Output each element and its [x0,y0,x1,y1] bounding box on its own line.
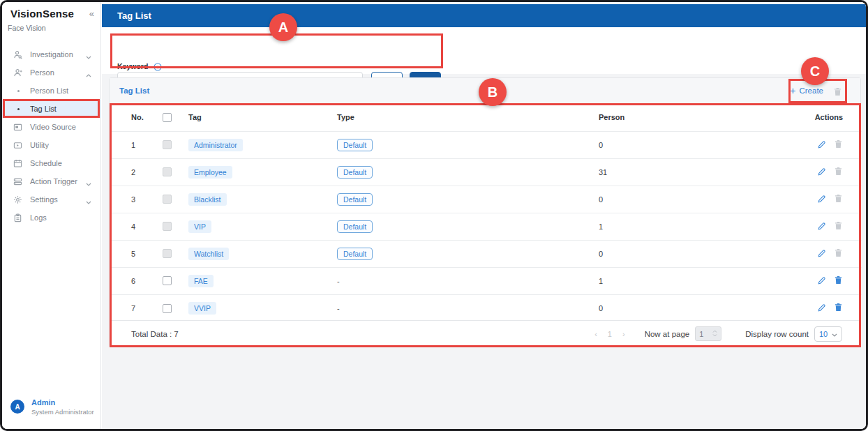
sidebar-item-person-list[interactable]: Person List [2,82,100,100]
row-checkbox[interactable] [163,276,172,285]
row-checkbox [163,167,172,176]
person-search-icon [13,50,22,59]
edit-icon[interactable] [817,248,827,259]
row-checkbox [163,140,172,149]
sidebar-item-label: Logs [30,213,47,222]
sidebar-nav: Investigation Person Person List Tag Lis… [2,45,100,227]
sidebar-item-investigation[interactable]: Investigation [2,45,100,63]
info-icon [154,61,162,70]
tag-name[interactable]: Employee [188,166,232,179]
sidebar-item-label: Settings [30,195,58,204]
edit-icon[interactable] [817,221,827,232]
row-number: 6 [110,267,163,294]
delete-icon [834,248,843,259]
avatar: A [10,400,24,414]
calendar-icon [13,159,22,168]
sidebar-item-settings[interactable]: Settings [2,190,100,209]
user-name: Admin [31,398,55,407]
chevron-down-icon [86,179,91,188]
bullet-icon [17,108,20,110]
sidebar-item-label: Video Source [30,123,76,131]
now-at-page-label: Now at page [645,330,690,338]
edit-icon[interactable] [817,194,827,205]
sidebar-item-label: Action Trigger [30,177,77,186]
column-tag: Tag [188,104,337,131]
create-button[interactable]: + Create [790,86,823,96]
chevron-down-icon [86,52,91,61]
column-no: No. [110,104,163,131]
delete-icon [833,86,842,96]
tag-name[interactable]: VIP [188,220,211,233]
sidebar-item-person[interactable]: Person [2,63,100,82]
table-row: 7VVIP-0 [110,294,862,322]
tag-table: No. Tag Type Person Actions 1Administrat… [110,104,862,322]
sidebar-item-label: Schedule [30,159,62,167]
page-header: Tag List [102,4,866,27]
total-data-label: Total Data : 7 [110,330,179,338]
edit-icon[interactable] [817,167,827,178]
table-row: 3BlacklistDefault0 [110,186,862,213]
tag-name[interactable]: Watchlist [188,248,229,260]
sidebar-item-action-trigger[interactable]: Action Trigger [2,172,100,190]
row-count-value: 10 [819,330,828,338]
delete-icon[interactable] [834,275,843,286]
table-header-row: No. Tag Type Person Actions [110,104,862,131]
clipboard-icon [13,213,22,222]
sidebar-collapse-icon[interactable]: « [89,8,94,19]
row-count-select[interactable]: 10 [814,326,842,342]
edit-icon[interactable] [817,139,827,151]
tag-name[interactable]: Administrator [188,139,243,151]
sidebar-item-logs[interactable]: Logs [2,209,100,227]
sidebar-item-video-source[interactable]: Video Source [2,118,100,136]
row-checkbox [163,222,172,231]
tag-name[interactable]: FAE [188,275,214,287]
annotation-badge-c: C [801,57,829,85]
bullet-icon [17,90,20,92]
person-count: 0 [599,240,785,267]
sidebar-item-label: Tag List [30,105,57,113]
sidebar-item-label: Utility [30,141,49,149]
type-value: - [337,277,340,285]
delete-icon [834,139,843,150]
chevron-up-icon [86,70,91,79]
chevron-down-icon [832,330,837,338]
next-page-icon[interactable]: › [622,330,625,338]
prev-page-icon[interactable]: ‹ [594,330,597,338]
plus-icon: + [790,86,795,96]
sidebar-item-tag-list[interactable]: Tag List [2,100,100,118]
tag-list-panel: Tag List + Create No. [109,77,861,347]
keyword-label: Keyword [117,62,148,70]
page-title: Tag List [117,10,151,21]
type-chip: Default [337,248,373,260]
row-checkbox [163,195,172,204]
table-footer: Total Data : 7 ‹ 1 › Now at page 1 Dis [110,320,860,347]
app-title: VisionSense [10,8,74,20]
table-row: 6FAE-1 [110,267,862,294]
sidebar-item-schedule[interactable]: Schedule [2,154,100,172]
tag-name[interactable]: Blacklist [188,193,227,206]
edit-icon[interactable] [817,303,827,314]
annotation-badge-b: B [479,78,507,106]
sidebar-item-utility[interactable]: Utility [2,136,100,154]
page-number[interactable]: 1 [608,330,612,338]
delete-icon [834,167,843,177]
page-input[interactable]: 1 [695,326,721,341]
tag-table-body: 1AdministratorDefault02EmployeeDefault31… [110,131,862,322]
select-all-checkbox[interactable] [163,113,172,122]
create-label: Create [799,86,823,95]
delete-icon [834,221,843,232]
row-checkbox[interactable] [163,304,172,313]
user-block[interactable]: A Admin System Administrator [2,398,101,422]
sidebar-item-label: Investigation [30,50,73,59]
annotation-badge-a: A [269,13,297,41]
edit-icon[interactable] [817,275,827,287]
row-checkbox [163,249,172,258]
table-row: 4VIPDefault1 [110,213,862,240]
sidebar: VisionSense Face Vision « Investigation … [2,2,101,429]
delete-icon[interactable] [834,303,843,313]
column-actions: Actions [785,104,862,131]
page-input-value: 1 [699,330,703,338]
gear-icon [13,195,22,204]
row-number: 4 [110,213,163,240]
tag-name[interactable]: VVIP [188,302,216,315]
